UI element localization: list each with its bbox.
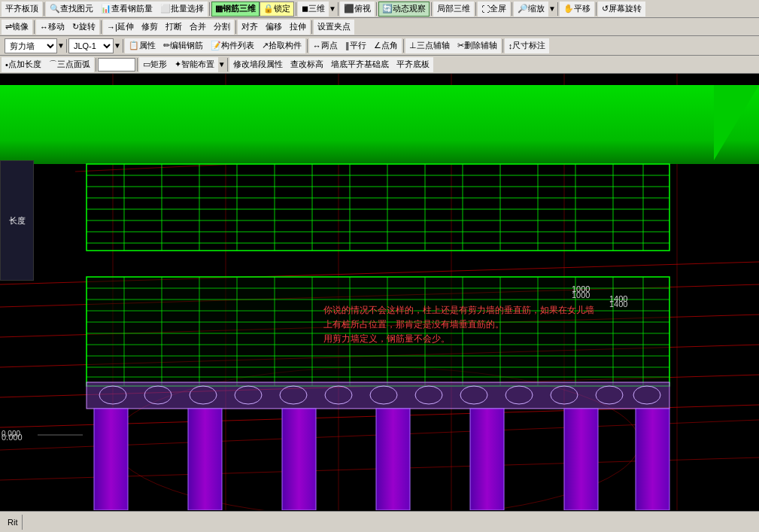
toolbar-edit-rebar[interactable]: ✏ 编辑钢筋 [159,38,207,53]
toolbar-fullscreen[interactable]: ⛶ 全屏 [478,2,510,17]
toolbar-align-foundation[interactable]: 墙底平齐基础底 [327,57,393,72]
toolbar-extend[interactable]: →| 延伸 [103,20,138,35]
zoom-arrow: ▼ [548,5,556,13]
sep8 [512,2,512,16]
toolbar-mirror[interactable]: ⇌ 镜像 [2,20,32,35]
toolbar-break[interactable]: 打断 [162,20,186,35]
pick-icon: ↗ [262,41,269,50]
sep11 [34,20,35,34]
toolbar-align[interactable]: 对齐 [238,20,262,35]
svg-line-3 [0,345,759,367]
arc-icon: ⌒ [49,59,57,70]
toolbar-zoom[interactable]: 🔎 缩放 [514,2,548,17]
toolbar-view-rebar[interactable]: 📊 查看钢筋量 [97,2,156,17]
sep15 [66,39,67,53]
sep1 [44,2,44,16]
toolbar-lock[interactable]: 🔒 锁定 [260,2,294,17]
fullscreen-icon: ⛶ [481,5,490,14]
toolbar-rebar-3d[interactable]: ▦ 钢筋三维 [211,2,260,17]
sep13 [235,20,236,34]
dim-0000-left: 0.000 [2,433,23,442]
sep17 [307,39,308,53]
toolbar-set-grip[interactable]: 设置夹点 [314,20,354,35]
find-icon: 🔍 [50,4,60,14]
toolbar-local-3d[interactable]: 局部三维 [433,2,474,17]
toolbar-modify-wall[interactable]: 修改墙段属性 [229,57,287,72]
toolbar-stretch[interactable]: 拉伸 [286,20,310,35]
type-arrow: ▼ [57,41,65,50]
prop-icon: 📋 [129,41,139,50]
svg-point-15 [113,367,639,510]
toolbar-point-angle[interactable]: ∠ 点角 [370,38,402,53]
toolbar-parallel[interactable]: ‖ 平行 [342,38,370,53]
toolbar-delete-axis[interactable]: ✂ 删除辅轴 [454,38,501,53]
view-arrow: ▼ [329,5,336,13]
sep12 [101,20,102,34]
toolbar-offset[interactable]: 偏移 [262,20,286,35]
toolbar-point-length[interactable]: • 点加长度 [2,57,45,72]
toolbar-move[interactable]: ↔ 移动 [36,20,68,35]
toolbar-row-4: • 点加长度 ⌒ 三点面弧 ▭ 矩形 ✦ 智能布置 ▼ 修改墙段属性 [0,56,759,74]
component-type-select[interactable]: 剪力墙 [5,38,57,53]
statusbar: Rit [0,511,759,532]
cube-icon: ◼ [302,4,308,14]
viewport-3d[interactable]: 1000 1400 0.000 1000 3000 12000 长度 [0,74,759,510]
dynamic-icon: 🔄 [382,4,393,14]
smart-arrow: ▼ [218,60,226,68]
bar-icon: 📊 [101,4,111,14]
statusbar-rit: Rit [3,515,23,530]
top-beam [0,85,759,164]
toolbar-align-top[interactable]: 平齐板顶 [2,2,42,17]
topview-icon: ⬛ [344,4,354,14]
toolbar-3d-view[interactable]: ◼ 三维 [298,2,329,17]
component-id-select[interactable]: JLQ-1 [68,38,114,53]
toolbar-dimension[interactable]: ↕ 尺寸标注 [505,38,550,53]
svg-line-4 [0,375,759,397]
toolbar-trim[interactable]: 修剪 [138,20,162,35]
sep16 [123,39,123,53]
rect-icon: ▭ [143,59,150,69]
toolbar-change-elevation[interactable]: 查改标高 [287,57,327,72]
sep22 [227,58,228,71]
svg-line-0 [0,262,759,284]
toolbar-find-element[interactable]: 🔍 查找图元 [46,2,97,17]
pan-icon: ✋ [563,4,574,14]
toolbar-rect[interactable]: ▭ 矩形 [139,57,171,72]
toolbar-smart-layout[interactable]: ✦ 智能布置 [171,57,218,72]
toolbar-component-list[interactable]: 📝 构件列表 [207,38,258,53]
left-dimension-panel: 长度 [0,160,34,281]
toolbar-row-1: 平齐板顶 🔍 查找图元 📊 查看钢筋量 ⬜ 批量选择 ▦ 钢筋三维 🔒 锁定 [0,0,759,18]
toolbar-align-bottom[interactable]: 平齐底板 [393,57,433,72]
toolbar-property[interactable]: 📋 属性 [125,38,159,53]
beam-right-end [714,85,759,160]
toolbar-top-view[interactable]: ⬛ 俯视 [340,2,375,17]
toolbar-split[interactable]: 分割 [210,20,234,35]
extend-icon: →| [107,23,117,32]
toolbar-three-point-arc[interactable]: ⌒ 三点面弧 [45,57,94,72]
toolbar-dynamic-view[interactable]: 🔄 动态观察 [378,2,430,17]
toolbar-two-point[interactable]: ↔ 两点 [309,38,342,53]
toolbar-row-3: 剪力墙 ▼ JLQ-1 ▼ 📋 属性 ✏ 编辑钢筋 📝 构件列表 ↗ 拾取构件 [0,36,759,56]
twopoint-icon: ↔ [313,41,321,50]
sep4 [338,2,339,16]
toolbar-rotate2[interactable]: ↻ 旋转 [68,20,99,35]
toolbar-row-2: ⇌ 镜像 ↔ 移动 ↻ 旋转 →| 延伸 修剪 打断 [0,18,759,36]
rotate-icon: ↺ [602,4,609,14]
sep5 [376,2,377,16]
sep9 [557,2,558,16]
sep6 [431,2,432,16]
mirror-icon: ⇌ [5,22,12,32]
toolbar-pick-component[interactable]: ↗ 拾取构件 [258,38,305,53]
toolbar-batch-select[interactable]: ⬜ 批量选择 [156,2,208,17]
toolbar-pan[interactable]: ✋ 平移 [560,2,594,17]
input-field[interactable] [98,58,135,71]
axis-icon: ⊥ [409,41,417,50]
angle-icon: ∠ [374,41,381,50]
toolbar-rotate[interactable]: ↺ 屏幕旋转 [598,2,645,17]
dim-1400-right: 1400 [609,299,627,309]
lock-icon: 🔒 [263,4,274,14]
toolbar-three-point-axis[interactable]: ⊥ 三点辅轴 [405,38,454,53]
move-icon: ↔ [40,23,48,32]
svg-line-8 [0,458,759,480]
toolbar-merge[interactable]: 合并 [186,20,210,35]
